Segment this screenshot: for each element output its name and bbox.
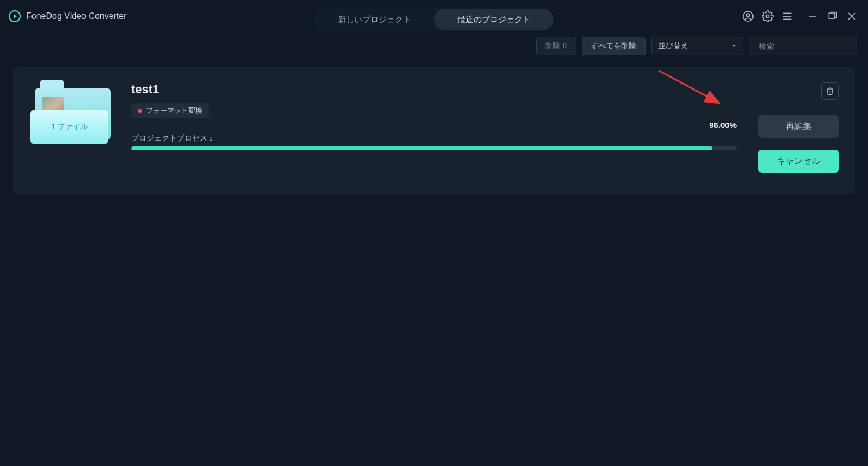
badge-label: フォーマット変換 <box>146 106 202 116</box>
project-actions: 再編集 キャンセル <box>752 82 839 173</box>
maximize-button[interactable] <box>827 11 838 22</box>
trash-icon <box>826 87 834 95</box>
reedit-button[interactable]: 再編集 <box>758 115 839 138</box>
progress-label: プロジェクトプロセス： <box>131 133 737 143</box>
cancel-button[interactable]: キャンセル <box>758 150 839 173</box>
settings-icon[interactable] <box>762 10 774 22</box>
svg-rect-7 <box>829 13 834 18</box>
top-tabs: 新しいプロジェクト 最近のプロジェクト <box>314 8 554 31</box>
app-header: FoneDog Video Converter 新しいプロジェクト 最近のプロジ… <box>0 0 868 33</box>
app-title: FoneDog Video Converter <box>26 11 127 21</box>
svg-point-1 <box>746 14 750 16</box>
svg-point-2 <box>766 15 769 18</box>
delete-selected-button[interactable]: 削除 0 <box>536 37 576 55</box>
project-type-badge: フォーマット変換 <box>131 103 209 118</box>
progress-fill <box>131 146 712 150</box>
tab-new-project[interactable]: 新しいプロジェクト <box>315 9 434 30</box>
delete-all-button[interactable]: すべてを削除 <box>582 37 646 55</box>
search-input[interactable] <box>759 42 854 50</box>
status-dot-icon <box>138 109 142 113</box>
project-thumbnail: 1 ファイル <box>35 88 116 173</box>
header-right <box>742 10 857 22</box>
minimize-button[interactable] <box>807 11 818 22</box>
sort-label: 並び替え <box>658 41 688 51</box>
app-logo: FoneDog Video Converter <box>9 10 127 22</box>
progress-percent: 96.00% <box>709 120 737 130</box>
progress-bar <box>131 146 737 150</box>
content-area: 1 ファイル test1 フォーマット変換 プロジェクトプロセス： 96.00% <box>0 61 868 201</box>
delete-project-button[interactable] <box>821 82 839 100</box>
search-box[interactable] <box>749 37 857 55</box>
tab-recent-projects[interactable]: 最近のプロジェクト <box>434 9 553 30</box>
list-toolbar: 削除 0 すべてを削除 並び替え <box>0 33 868 61</box>
play-circle-icon <box>9 10 21 22</box>
close-button[interactable] <box>846 11 857 22</box>
chevron-down-icon <box>731 42 737 50</box>
menu-icon[interactable] <box>781 10 793 22</box>
project-title: test1 <box>131 82 737 97</box>
project-main: test1 フォーマット変換 プロジェクトプロセス： 96.00% <box>131 82 737 173</box>
sort-select[interactable]: 並び替え <box>651 37 743 55</box>
file-count-label: 1 ファイル <box>51 122 88 132</box>
project-card: 1 ファイル test1 フォーマット変換 プロジェクトプロセス： 96.00% <box>13 67 855 194</box>
window-controls <box>807 11 857 22</box>
account-icon[interactable] <box>742 10 754 22</box>
